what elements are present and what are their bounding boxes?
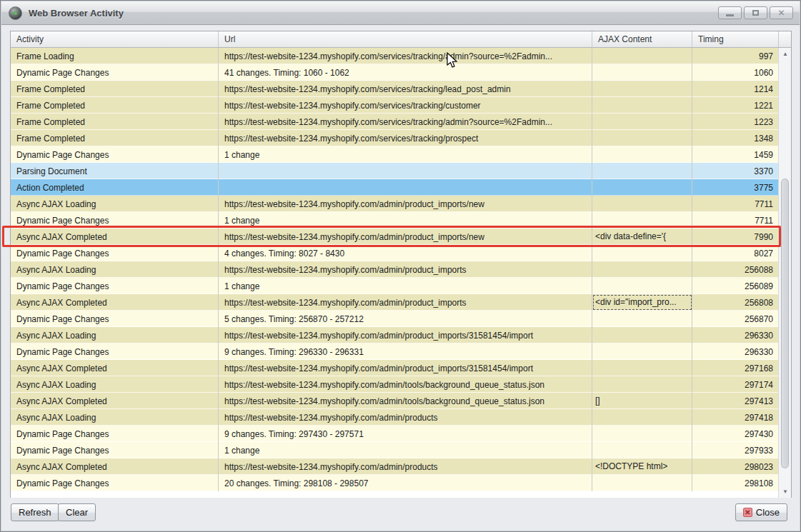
table-row[interactable]: Async AJAX Completed https://test-websit… bbox=[11, 294, 778, 311]
cell-timing: 297933 bbox=[692, 442, 778, 458]
refresh-button[interactable]: Refresh bbox=[11, 503, 59, 521]
table-row[interactable]: Async AJAX Loading https://test-website-… bbox=[11, 376, 778, 393]
cell-url: 1 change bbox=[219, 212, 592, 229]
cell-url: 4 changes. Timing: 8027 - 8430 bbox=[219, 245, 592, 261]
table-row[interactable]: Dynamic Page Changes 41 changes. Timing:… bbox=[11, 64, 778, 81]
column-header-timing[interactable]: Timing bbox=[692, 31, 778, 47]
table-row[interactable]: Frame Completed https://test-website-123… bbox=[11, 97, 778, 114]
column-header-ajax-content[interactable]: AJAX Content bbox=[592, 31, 692, 47]
cell-ajax-content bbox=[592, 327, 692, 343]
table-row[interactable]: Dynamic Page Changes 20 changes. Timing:… bbox=[11, 475, 778, 491]
maximize-button[interactable] bbox=[744, 6, 767, 19]
title-bar[interactable]: Web Browser Activity ✕ bbox=[1, 1, 800, 25]
cell-ajax-content bbox=[592, 97, 692, 114]
cell-timing: 7990 bbox=[692, 229, 778, 245]
close-x-icon: ✕ bbox=[743, 508, 752, 517]
cell-activity: Dynamic Page Changes bbox=[11, 475, 219, 491]
table-row[interactable]: Dynamic Page Changes 1 change 7711 bbox=[11, 212, 778, 229]
cell-url: https://test-website-1234.myshopify.com/… bbox=[219, 294, 592, 311]
cell-activity: Async AJAX Loading bbox=[11, 196, 219, 212]
cell-url: https://test-website-1234.myshopify.com/… bbox=[219, 409, 592, 426]
table-row[interactable]: Async AJAX Loading https://test-website-… bbox=[11, 327, 778, 343]
cell-timing: 297174 bbox=[692, 376, 778, 393]
cell-timing: 3775 bbox=[692, 179, 778, 196]
scroll-down-arrow-icon[interactable]: ▼ bbox=[779, 487, 792, 497]
table-row[interactable]: Async AJAX Loading https://test-website-… bbox=[11, 196, 778, 212]
column-header-activity[interactable]: Activity bbox=[11, 31, 219, 47]
cell-activity: Frame Loading bbox=[11, 48, 219, 64]
table-row[interactable]: Dynamic Page Changes 1 change 256089 bbox=[11, 278, 778, 294]
cell-ajax-content bbox=[592, 64, 692, 81]
column-header-url[interactable]: Url bbox=[219, 31, 592, 47]
cell-activity: Async AJAX Loading bbox=[11, 409, 219, 426]
scrollbar-thumb[interactable] bbox=[781, 179, 789, 468]
cell-timing: 256089 bbox=[692, 278, 778, 294]
table-row[interactable]: Dynamic Page Changes 9 changes. Timing: … bbox=[11, 343, 778, 360]
cell-activity: Async AJAX Loading bbox=[11, 327, 219, 343]
bottom-button-bar: Refresh Clear ✕Close bbox=[1, 498, 800, 531]
cell-ajax-content bbox=[592, 196, 692, 212]
close-button[interactable]: ✕Close bbox=[735, 503, 787, 521]
table-row[interactable]: Frame Completed https://test-website-123… bbox=[11, 130, 778, 146]
table-row[interactable]: Async AJAX Completed https://test-websit… bbox=[11, 360, 778, 376]
cell-activity: Dynamic Page Changes bbox=[11, 212, 219, 229]
cell-activity: Async AJAX Loading bbox=[11, 376, 219, 393]
cell-url: 1 change bbox=[219, 278, 592, 294]
table-row[interactable]: Async AJAX Completed https://test-websit… bbox=[11, 229, 778, 245]
cell-timing: 3370 bbox=[692, 163, 778, 179]
table-row[interactable]: Async AJAX Completed https://test-websit… bbox=[11, 393, 778, 409]
cell-activity: Frame Completed bbox=[11, 130, 219, 146]
cell-ajax-content bbox=[592, 179, 692, 196]
cell-url: https://test-website-1234.myshopify.com/… bbox=[219, 261, 592, 278]
cell-ajax-content bbox=[592, 376, 692, 393]
cell-timing: 1221 bbox=[692, 97, 778, 114]
cell-timing: 7711 bbox=[692, 212, 778, 229]
table-row[interactable]: Dynamic Page Changes 4 changes. Timing: … bbox=[11, 245, 778, 261]
cell-url: https://test-website-1234.myshopify.com/… bbox=[219, 97, 592, 114]
cell-url: https://test-website-1234.myshopify.com/… bbox=[219, 114, 592, 130]
table-row[interactable]: Frame Loading https://test-website-1234.… bbox=[11, 48, 778, 64]
cell-url: https://test-website-1234.myshopify.com/… bbox=[219, 393, 592, 409]
cell-activity: Dynamic Page Changes bbox=[11, 343, 219, 360]
cell-ajax-content: [] bbox=[592, 393, 692, 409]
table-row[interactable]: Async AJAX Loading https://test-website-… bbox=[11, 409, 778, 426]
table-row[interactable]: Parsing Document 3370 bbox=[11, 163, 778, 179]
cell-timing: 1223 bbox=[692, 114, 778, 130]
cell-timing: 296330 bbox=[692, 327, 778, 343]
vertical-scrollbar[interactable]: ▲ ▼ bbox=[778, 48, 791, 498]
minimize-button[interactable] bbox=[718, 6, 742, 19]
cell-activity: Dynamic Page Changes bbox=[11, 311, 219, 327]
cell-timing: 298023 bbox=[692, 458, 778, 475]
cell-ajax-content bbox=[592, 114, 692, 130]
cell-activity: Frame Completed bbox=[11, 81, 219, 97]
cell-url: https://test-website-1234.myshopify.com/… bbox=[219, 196, 592, 212]
cell-activity: Frame Completed bbox=[11, 97, 219, 114]
table-row[interactable]: Action Completed 3775 bbox=[11, 179, 778, 196]
minimize-icon bbox=[726, 14, 734, 16]
cell-timing: 256808 bbox=[692, 294, 778, 311]
cell-url: 9 changes. Timing: 296330 - 296331 bbox=[219, 343, 592, 360]
table-row[interactable]: Dynamic Page Changes 1 change 297933 bbox=[11, 442, 778, 458]
cell-url: 1 change bbox=[219, 146, 592, 163]
cell-activity: Async AJAX Completed bbox=[11, 458, 219, 475]
cell-activity: Async AJAX Loading bbox=[11, 261, 219, 278]
scroll-up-arrow-icon[interactable]: ▲ bbox=[779, 49, 792, 59]
close-window-button[interactable]: ✕ bbox=[770, 6, 793, 19]
activity-table: Activity Url AJAX Content Timing Frame L… bbox=[10, 31, 792, 499]
table-row[interactable]: Dynamic Page Changes 9 changes. Timing: … bbox=[11, 426, 778, 442]
cell-url: https://test-website-1234.myshopify.com/… bbox=[219, 360, 592, 376]
app-icon bbox=[9, 6, 22, 20]
table-row[interactable]: Frame Completed https://test-website-123… bbox=[11, 81, 778, 97]
cell-ajax-content bbox=[592, 81, 692, 97]
table-row[interactable]: Dynamic Page Changes 5 changes. Timing: … bbox=[11, 311, 778, 327]
cell-ajax-content bbox=[592, 409, 692, 426]
table-row[interactable]: Async AJAX Completed https://test-websit… bbox=[11, 458, 778, 475]
close-icon: ✕ bbox=[777, 9, 785, 17]
cell-ajax-content bbox=[592, 130, 692, 146]
cell-timing: 8027 bbox=[692, 245, 778, 261]
table-row[interactable]: Async AJAX Loading https://test-website-… bbox=[11, 261, 778, 278]
cell-activity: Action Completed bbox=[11, 179, 219, 196]
clear-button[interactable]: Clear bbox=[58, 503, 96, 521]
table-row[interactable]: Frame Completed https://test-website-123… bbox=[11, 114, 778, 130]
table-row[interactable]: Dynamic Page Changes 1 change 1459 bbox=[11, 146, 778, 163]
